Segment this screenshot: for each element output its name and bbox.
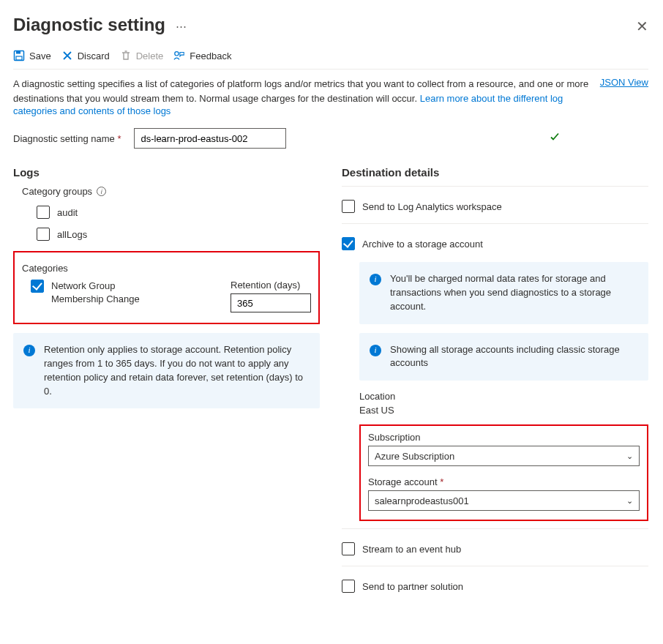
audit-checkbox[interactable]	[37, 206, 50, 219]
subscription-value: Azure Subscription	[375, 451, 454, 462]
storage-checkbox[interactable]	[342, 237, 355, 250]
info-circle-icon: i	[370, 345, 381, 356]
logs-title: Logs	[13, 166, 320, 179]
classic-note-text: Showing all storage accounts including c…	[390, 343, 638, 371]
chevron-down-icon: ⌄	[626, 452, 633, 461]
retention-label: Retention (days)	[231, 280, 311, 291]
categories-highlight: Categories Network Group Membership Chan…	[13, 251, 320, 324]
name-label: Diagnostic setting name *	[13, 133, 121, 144]
storage-note-box: i You'll be charged normal data rates fo…	[359, 262, 648, 324]
subscription-label: Subscription	[368, 432, 640, 443]
save-label: Save	[29, 50, 51, 61]
log-analytics-label: Send to Log Analytics workspace	[362, 201, 502, 212]
audit-label: audit	[57, 207, 78, 218]
svg-rect-2	[16, 56, 22, 60]
location-label: Location	[359, 391, 648, 402]
storage-label: Archive to a storage account	[362, 239, 483, 250]
partner-checkbox[interactable]	[342, 580, 355, 593]
storage-account-select[interactable]: salearnprodeastus001 ⌄	[368, 490, 640, 511]
page-title: Diagnostic setting	[13, 15, 165, 35]
partner-label: Send to partner solution	[362, 581, 463, 592]
discard-label: Discard	[78, 50, 110, 61]
alllogs-checkbox[interactable]	[37, 228, 50, 241]
delete-label: Delete	[136, 50, 164, 61]
dest-title: Destination details	[342, 166, 648, 179]
feedback-icon	[173, 50, 185, 61]
network-group-checkbox[interactable]	[31, 280, 44, 293]
save-button[interactable]: Save	[13, 50, 51, 61]
storage-note-text: You'll be charged normal data rates for …	[390, 272, 638, 314]
discard-button[interactable]: Discard	[61, 50, 110, 61]
categories-label: Categories	[22, 263, 68, 274]
alllogs-label: allLogs	[57, 229, 87, 240]
save-icon	[13, 50, 25, 61]
more-icon[interactable]: ⋯	[176, 20, 187, 33]
toolbar: Save Discard Delete Feedback	[13, 45, 648, 70]
close-icon[interactable]: ✕	[636, 18, 648, 35]
delete-icon	[120, 50, 132, 61]
location-value: East US	[359, 405, 648, 416]
storage-account-label: Storage account *	[368, 476, 640, 487]
eventhub-label: Stream to an event hub	[362, 544, 461, 555]
retention-note-box: i Retention only applies to storage acco…	[13, 333, 320, 408]
svg-rect-1	[16, 51, 20, 54]
name-input[interactable]	[134, 128, 286, 149]
feedback-button[interactable]: Feedback	[173, 50, 231, 61]
json-view-link[interactable]: JSON View	[600, 77, 648, 116]
retention-note-text: Retention only applies to storage accoun…	[44, 343, 310, 398]
retention-input[interactable]	[231, 293, 311, 312]
delete-button: Delete	[120, 50, 164, 61]
chevron-down-icon: ⌄	[626, 496, 633, 506]
svg-point-3	[175, 52, 179, 56]
info-circle-icon: i	[23, 345, 35, 356]
classic-note-box: i Showing all storage accounts including…	[359, 333, 648, 381]
category-groups-label: Category groups	[22, 186, 92, 197]
feedback-label: Feedback	[190, 50, 231, 61]
valid-icon	[550, 132, 560, 145]
info-icon[interactable]: i	[97, 187, 106, 196]
storage-account-value: salearnprodeastus001	[375, 495, 469, 506]
network-group-label: Network Group Membership Change	[51, 280, 168, 306]
subscription-select[interactable]: Azure Subscription ⌄	[368, 446, 640, 466]
eventhub-checkbox[interactable]	[342, 542, 355, 555]
info-circle-icon: i	[370, 274, 381, 285]
storage-fields-highlight: Subscription Azure Subscription ⌄ Storag…	[359, 424, 648, 521]
log-analytics-checkbox[interactable]	[342, 200, 355, 213]
discard-icon	[61, 50, 73, 61]
